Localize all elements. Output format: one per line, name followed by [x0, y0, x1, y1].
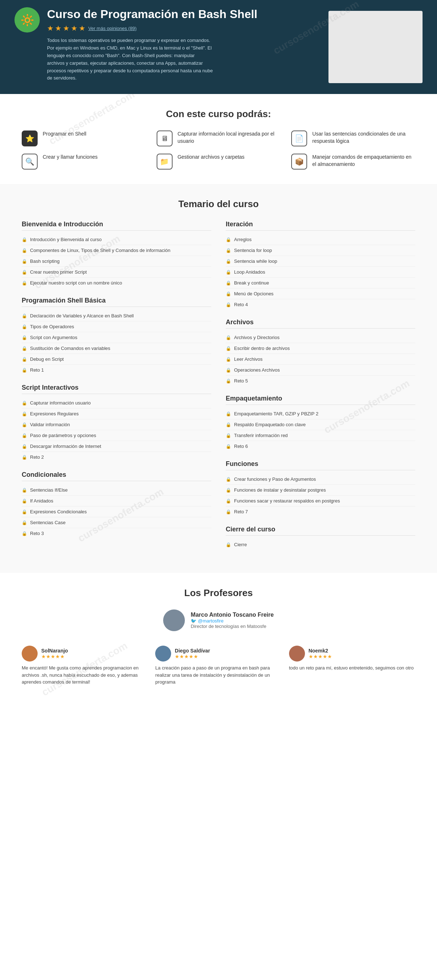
- lock-icon: 🔒: [226, 270, 231, 275]
- temario-right: Iteración 🔒Arreglos 🔒Sentencia for loop …: [226, 221, 415, 558]
- benefit-icon-1: ⭐: [22, 130, 38, 146]
- temario-condicionales-title: Condicionales: [22, 471, 211, 481]
- temario-item: 🔒Sentencias If/Else: [22, 485, 211, 496]
- review-text-1: Me encantó! Me gusta como aprendes progr…: [22, 664, 148, 686]
- benefit-icon-5: 📁: [156, 154, 172, 170]
- lock-icon: 🔒: [226, 477, 231, 482]
- lock-icon: 🔒: [226, 542, 231, 547]
- star-5: ★: [79, 24, 85, 33]
- reviewer-avatar-2: [155, 646, 171, 662]
- rating-stars: ★ ★ ★ ★ ★ Ver más opiniones (89): [47, 24, 321, 33]
- temario-item: 🔒Tipos de Operadores: [22, 321, 211, 332]
- temario-item: 🔒Leer Archivos: [226, 354, 415, 365]
- temario-cierre: Cierre del curso 🔒Cierre: [226, 526, 415, 550]
- temario-item: 🔒Componentes de Linux, Tipos de Shell y …: [22, 245, 211, 256]
- lock-icon: 🔒: [22, 346, 27, 351]
- reviewer-stars-1: ★★★★★: [41, 654, 68, 659]
- temario-item: 🔒Expresiones Regulares: [22, 409, 211, 419]
- benefit-item-5: 📁 Gestionar archivos y carpetas: [156, 154, 281, 170]
- reviewer-stars-2: ★★★★★: [175, 654, 210, 659]
- temario-item: 🔒Sentencia for loop: [226, 245, 415, 256]
- lock-icon: 🔒: [22, 488, 27, 493]
- temario-item: 🔒Funciones de instalar y desinstalar pos…: [226, 485, 415, 496]
- temario-item: 🔒Reto 6: [226, 441, 415, 452]
- reviewer-avatar-1: [22, 646, 38, 662]
- lock-icon: 🔒: [226, 422, 231, 427]
- temario-item: 🔒Bash scripting: [22, 256, 211, 267]
- lock-icon: 🔒: [22, 411, 27, 417]
- temario-item: 🔒Respaldo Empaquetado con clave: [226, 419, 415, 430]
- review-card-3: Noemk2 ★★★★★ todo un reto para mí, estuv…: [289, 642, 415, 689]
- course-description: Todos los sistemas operativos se pueden …: [47, 37, 214, 82]
- lock-icon: 🔒: [226, 280, 231, 286]
- temario-funciones: Funciones 🔒Crear funciones y Paso de Arg…: [226, 460, 415, 517]
- temario-bienvenida: Bienvenida e Introducción 🔒Introducción …: [22, 221, 211, 288]
- temario-item: 🔒Sustitución de Comandos en variables: [22, 343, 211, 354]
- profesores-title: Los Profesores: [22, 587, 415, 599]
- reviewer-name-1: SolNaranjo: [41, 648, 68, 654]
- benefit-text-4: Crear y llamar funciones: [43, 154, 98, 161]
- temario-item: 🔒Reto 2: [22, 452, 211, 462]
- temario-item: 🔒Loop Anidados: [226, 267, 415, 278]
- benefit-text-6: Manejar comandos de empaquetamiento en e…: [312, 154, 415, 168]
- lock-icon: 🔒: [226, 411, 231, 417]
- benefit-icon-6: 📦: [291, 154, 307, 170]
- temario-item: 🔒Capturar información usuario: [22, 398, 211, 409]
- lock-icon: 🔒: [22, 280, 27, 286]
- temario-item: 🔒Operaciones Archivos: [226, 365, 415, 375]
- temario-item: 🔒Sentencias Case: [22, 517, 211, 528]
- temario-item: 🔒Funciones sacar y restaurar respaldos e…: [226, 496, 415, 506]
- reviewer-avatar-3: [289, 646, 305, 662]
- reviews-link[interactable]: Ver más opiniones (89): [88, 25, 137, 31]
- lock-icon: 🔒: [22, 324, 27, 329]
- temario-item: 🔒Arreglos: [226, 234, 415, 245]
- reviewer-info-3: Noemk2 ★★★★★: [309, 648, 332, 659]
- lock-icon: 🔒: [22, 433, 27, 438]
- benefit-text-2: Capturar información local ingresada por…: [178, 130, 281, 145]
- temario-item: 🔒Reto 4: [226, 299, 415, 310]
- temario-item: 🔒Validar información: [22, 419, 211, 430]
- temario-script-interactivos: Script Interactivos 🔒Capturar informació…: [22, 384, 211, 462]
- temario-item: 🔒Reto 1: [22, 365, 211, 375]
- lock-icon: 🔒: [22, 509, 27, 514]
- main-profesor-name: Marco Antonio Toscano Freire: [191, 612, 273, 618]
- temario-left: Bienvenida e Introducción 🔒Introducción …: [22, 221, 211, 558]
- course-thumbnail: [329, 11, 423, 83]
- lock-icon: 🔒: [22, 520, 27, 525]
- benefits-section: Con este curso podrás: ⭐ Programar en Sh…: [0, 94, 437, 184]
- reviewer-name-3: Noemk2: [309, 648, 332, 654]
- benefit-item-2: 🖥 Capturar información local ingresada p…: [156, 130, 281, 146]
- benefit-text-5: Gestionar archivos y carpetas: [178, 154, 244, 161]
- review-text-2: La creación paso a paso de un programa e…: [155, 664, 281, 686]
- temario-item: 🔒Escribir dentro de archivos: [226, 343, 415, 354]
- temario-item: 🔒Break y continue: [226, 278, 415, 288]
- temario-item: 🔒Empaquetamiento TAR, GZIP y PBZIP 2: [226, 409, 415, 419]
- lock-icon: 🔒: [226, 509, 231, 514]
- temario-item: 🔒Reto 5: [226, 375, 415, 386]
- benefit-item-6: 📦 Manejar comandos de empaquetamiento en…: [291, 154, 415, 170]
- benefits-grid: ⭐ Programar en Shell 🖥 Capturar informac…: [22, 130, 415, 170]
- star-2: ★: [55, 24, 62, 33]
- lock-icon: 🔒: [226, 433, 231, 438]
- temario-bienvenida-title: Bienvenida e Introducción: [22, 221, 211, 231]
- temario-item: 🔒If Anidados: [22, 496, 211, 506]
- lock-icon: 🔒: [22, 422, 27, 427]
- lock-icon: 🔒: [226, 302, 231, 307]
- profesores-section: Los Profesores Marco Antonio Toscano Fre…: [0, 573, 437, 704]
- temario-shell-basica-title: Programación Shell Básica: [22, 297, 211, 307]
- lock-icon: 🔒: [22, 455, 27, 460]
- temario-item: 🔒Sentencia while loop: [226, 256, 415, 267]
- lock-icon: 🔒: [226, 488, 231, 493]
- temario-item: 🔒Script con Argumentos: [22, 332, 211, 343]
- main-profesor-card: Marco Antonio Toscano Freire 🐦 @martosfi…: [22, 609, 415, 631]
- lock-icon: 🔒: [22, 259, 27, 264]
- lock-icon: 🔒: [22, 248, 27, 253]
- benefit-icon-2: 🖥: [156, 130, 172, 146]
- lock-icon: 🔒: [22, 498, 27, 504]
- temario-section: Temario del curso Bienvenida e Introducc…: [0, 184, 437, 573]
- lock-icon: 🔒: [226, 444, 231, 449]
- temario-shell-basica: Programación Shell Básica 🔒Declaración d…: [22, 297, 211, 375]
- temario-item: 🔒Menú de Opciones: [226, 288, 415, 299]
- temario-archivos-title: Archivos: [226, 318, 415, 329]
- lock-icon: 🔒: [226, 357, 231, 362]
